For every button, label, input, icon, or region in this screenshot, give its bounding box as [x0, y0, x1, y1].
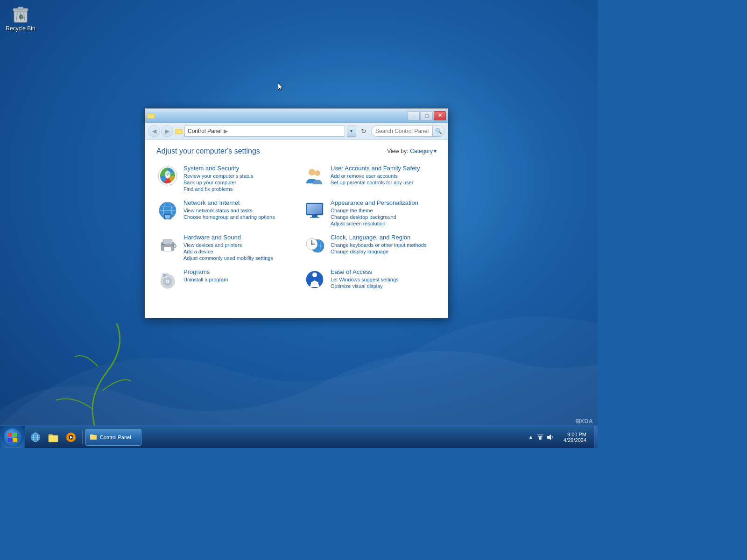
svg-rect-11: [147, 114, 155, 119]
svg-point-43: [311, 244, 313, 245]
recycle-bin-icon[interactable]: ♻ Recycle Bin: [4, 4, 37, 32]
search-button[interactable]: 🔍: [432, 126, 444, 136]
titlebar-left: [147, 112, 155, 119]
volume-tray-icon[interactable]: [545, 433, 554, 441]
hardware-title[interactable]: Hardware and Sound: [183, 234, 289, 241]
tray-icons: ▲: [525, 433, 556, 441]
taskbar-explorer-icon[interactable]: [45, 428, 62, 447]
programs-title[interactable]: Programs: [183, 268, 289, 275]
category-ease-of-access: Ease of Access Let Windows suggest setti…: [303, 268, 437, 291]
taskbar: Control Panel ▲: [0, 426, 598, 448]
category-network: Network and Internet View network status…: [156, 199, 289, 226]
clock-title[interactable]: Clock, Language, and Region: [331, 234, 437, 241]
svg-rect-70: [539, 437, 542, 440]
address-path[interactable]: Control Panel ▶: [184, 126, 345, 137]
visual-display-link[interactable]: Optimize visual display: [331, 283, 437, 289]
back-button[interactable]: ◀: [148, 125, 160, 137]
desktop: ♻ Recycle Bin ─ □ ✕ ◀: [0, 0, 598, 448]
maximize-button[interactable]: □: [421, 111, 433, 120]
change-theme-link[interactable]: Change the theme: [331, 208, 437, 213]
svg-rect-13: [175, 129, 178, 131]
system-tray: ▲ 9:00: [521, 432, 594, 443]
network-status-link[interactable]: View network status and tasks: [183, 208, 289, 213]
add-device-link[interactable]: Add a device: [183, 249, 289, 254]
svg-rect-56: [8, 438, 12, 442]
display-language-link[interactable]: Change display language: [331, 249, 437, 254]
windows-logo: [7, 432, 18, 442]
address-arrow: ▶: [224, 128, 228, 134]
clock-icon: [303, 234, 326, 256]
programs-text: Programs Uninstall a program: [183, 268, 289, 282]
show-desktop-button[interactable]: [594, 426, 598, 448]
clock-display[interactable]: 9:00 PM 4/29/2024: [557, 432, 590, 443]
programs-icon: [156, 268, 179, 291]
svg-rect-4: [18, 7, 23, 9]
network-title[interactable]: Network and Internet: [183, 199, 289, 206]
uninstall-program-link[interactable]: Uninstall a program: [183, 277, 289, 282]
svg-point-52: [312, 273, 317, 277]
taskbar-media-icon[interactable]: [63, 428, 79, 447]
cursor: [278, 83, 283, 91]
window-content: Adjust your computer's settings View by:…: [145, 140, 448, 318]
review-computer-status-link[interactable]: Review your computer's status: [183, 173, 289, 179]
windows-suggest-link[interactable]: Let Windows suggest settings: [331, 277, 437, 282]
svg-rect-26: [166, 218, 169, 219]
forward-button[interactable]: ▶: [161, 125, 173, 137]
search-input[interactable]: [372, 126, 432, 136]
category-appearance: Appearance and Personalization Change th…: [303, 199, 437, 226]
categories-grid: ✓ System and Security Review your comput…: [156, 165, 437, 291]
network-tray-icon[interactable]: [536, 433, 544, 441]
window-controls: ─ □ ✕: [408, 111, 446, 120]
taskbar-cp-label: Control Panel: [100, 434, 131, 440]
user-accounts-title[interactable]: User Accounts and Family Safety: [331, 165, 437, 172]
svg-point-18: [315, 170, 320, 176]
recycle-bin-label: Recycle Bin: [6, 25, 35, 32]
start-button[interactable]: [0, 426, 25, 448]
system-security-icon: ✓: [156, 165, 179, 187]
view-devices-link[interactable]: View devices and printers: [183, 242, 289, 248]
search-box: 🔍: [371, 126, 445, 137]
appearance-title[interactable]: Appearance and Personalization: [331, 199, 437, 206]
svg-rect-29: [307, 204, 322, 214]
appearance-links: Change the theme Change desktop backgrou…: [331, 208, 437, 226]
homegroup-link[interactable]: Choose homegroup and sharing options: [183, 214, 289, 220]
add-remove-accounts-link[interactable]: Add or remove user accounts: [331, 173, 437, 179]
user-accounts-text: User Accounts and Family Safety Add or r…: [331, 165, 437, 185]
taskbar-control-panel-button[interactable]: Control Panel: [85, 429, 141, 446]
desktop-background-link[interactable]: Change desktop background: [331, 214, 437, 220]
address-path-text: Control Panel: [188, 128, 222, 134]
view-by: View by: Category ▾: [387, 148, 437, 154]
mobility-settings-link[interactable]: Adjust commonly used mobility settings: [183, 255, 289, 261]
minimize-button[interactable]: ─: [408, 111, 420, 120]
network-text: Network and Internet View network status…: [183, 199, 289, 220]
keyboards-link[interactable]: Change keyboards or other input methods: [331, 242, 437, 248]
ease-of-access-title[interactable]: Ease of Access: [331, 268, 437, 275]
svg-rect-69: [90, 434, 93, 436]
start-orb: [4, 428, 21, 446]
show-hidden-icons-button[interactable]: ▲: [527, 433, 535, 441]
backup-computer-link[interactable]: Back up your computer: [183, 180, 289, 185]
system-security-title[interactable]: System and Security: [183, 165, 289, 172]
refresh-button[interactable]: ↻: [358, 126, 369, 137]
screen-resolution-link[interactable]: Adjust screen resolution: [331, 221, 437, 226]
parental-controls-link[interactable]: Set up parental controls for any user: [331, 180, 437, 185]
content-header: Adjust your computer's settings View by:…: [156, 147, 437, 155]
user-accounts-icon: [303, 165, 326, 187]
appearance-icon: [303, 199, 326, 222]
svg-rect-55: [13, 433, 17, 437]
taskbar-ie-icon[interactable]: [27, 428, 44, 447]
hardware-links: View devices and printers Add a device A…: [183, 242, 289, 261]
svg-text:✓: ✓: [166, 173, 169, 177]
svg-rect-35: [162, 244, 165, 245]
hardware-text: Hardware and Sound View devices and prin…: [183, 234, 289, 261]
svg-rect-72: [537, 434, 543, 435]
view-by-dropdown[interactable]: Category ▾: [410, 148, 437, 154]
ease-of-access-links: Let Windows suggest settings Optimize vi…: [331, 277, 437, 289]
window-icon: [147, 112, 155, 119]
close-button[interactable]: ✕: [434, 111, 446, 120]
address-dropdown-button[interactable]: ▾: [347, 126, 356, 137]
fix-problems-link[interactable]: Find and fix problems: [183, 186, 289, 192]
control-panel-window: ─ □ ✕ ◀ ▶ Control Panel ▶ ▾ ↻: [145, 108, 448, 318]
xda-logo: ⊞XDA: [575, 418, 593, 425]
svg-rect-65: [49, 435, 58, 442]
